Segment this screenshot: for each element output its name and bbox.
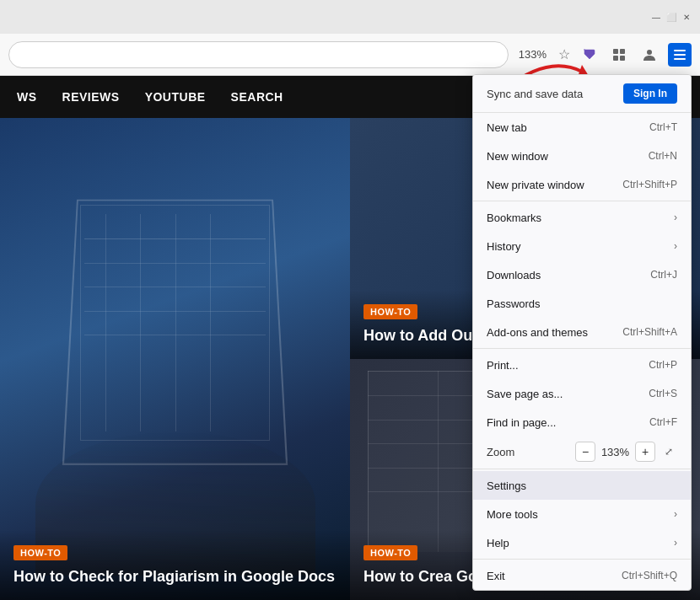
menu-item-find[interactable]: Find in page... Ctrl+F [473, 408, 691, 437]
more-tools-arrow: › [674, 508, 677, 520]
svg-rect-6 [674, 54, 686, 56]
menu-item-new-tab[interactable]: New tab Ctrl+T [473, 113, 691, 142]
menu-item-exit[interactable]: Exit Ctrl+Shift+Q [473, 561, 691, 590]
zoom-plus-button[interactable]: + [635, 442, 655, 462]
nav-item-youtube[interactable]: YOUTUBE [145, 90, 206, 104]
zoom-label: Zoom [487, 446, 568, 458]
menu-item-downloads[interactable]: Downloads Ctrl+J [473, 260, 691, 289]
menu-item-help[interactable]: Help › [473, 528, 691, 557]
menu-item-addons[interactable]: Add-ons and themes Ctrl+Shift+A [473, 318, 691, 346]
sync-label: Sync and save data [487, 88, 583, 100]
maximize-button[interactable]: ⬜ [665, 10, 678, 24]
extensions-icon[interactable] [607, 43, 631, 67]
card-2-badge: HOW-TO [363, 304, 417, 319]
toolbar: 133% ☆ [0, 34, 700, 76]
card-1-title: How to Check for Plagiarism in Google Do… [13, 567, 337, 587]
menu-item-new-window[interactable]: New window Ctrl+N [473, 142, 691, 170]
card-1-badge: HOW-TO [13, 545, 67, 560]
context-menu: Sync and save data Sign In New tab Ctrl+… [472, 74, 692, 591]
zoom-controls: − 133% + ⤢ [575, 442, 677, 462]
zoom-row: Zoom − 133% + ⤢ [473, 437, 691, 467]
menu-item-more-tools[interactable]: More tools › [473, 500, 691, 528]
menu-sync-header: Sync and save data Sign In [473, 75, 691, 113]
nav-item-reviews[interactable]: REVIEWS [62, 90, 120, 104]
zoom-fullscreen-button[interactable]: ⤢ [660, 443, 677, 460]
minimize-button[interactable]: — [649, 10, 663, 24]
menu-item-private-window[interactable]: New private window Ctrl+Shift+P [473, 170, 691, 199]
menu-item-save-page[interactable]: Save page as... Ctrl+S [473, 379, 691, 408]
help-arrow: › [674, 537, 677, 549]
svg-rect-5 [674, 50, 686, 51]
hamburger-menu-button[interactable] [668, 43, 692, 67]
card-1: HOW-TO How to Check for Plagiarism in Go… [0, 118, 350, 600]
menu-item-history[interactable]: History › [473, 232, 691, 260]
nav-item-search[interactable]: SEARCH [231, 90, 283, 104]
menu-item-print[interactable]: Print... Ctrl+P [473, 351, 691, 379]
svg-rect-7 [674, 58, 686, 60]
zoom-minus-button[interactable]: − [575, 442, 595, 462]
browser-chrome: — ⬜ ✕ 133% ☆ [0, 0, 700, 76]
svg-rect-2 [613, 56, 618, 61]
toolbar-right: 133% ☆ [514, 43, 692, 67]
svg-point-4 [647, 50, 652, 55]
separator-2 [473, 348, 691, 349]
separator-4 [473, 559, 691, 560]
account-icon[interactable] [638, 43, 661, 67]
title-bar: — ⬜ ✕ [0, 0, 700, 34]
window-controls: — ⬜ ✕ [649, 10, 693, 24]
separator-1 [473, 201, 691, 201]
address-bar[interactable] [8, 41, 509, 68]
menu-item-bookmarks[interactable]: Bookmarks › [473, 203, 691, 232]
bookmarks-arrow: › [674, 212, 677, 223]
zoom-display: 133% [514, 46, 552, 62]
nav-item-ws[interactable]: WS [17, 90, 37, 104]
separator-3 [473, 469, 691, 469]
menu-item-settings[interactable]: Settings [473, 471, 691, 500]
svg-rect-3 [620, 56, 625, 61]
sign-in-button[interactable]: Sign In [623, 83, 677, 104]
svg-rect-0 [613, 49, 618, 54]
bookmark-icon[interactable]: ☆ [558, 46, 570, 62]
svg-rect-1 [620, 49, 625, 54]
history-arrow: › [674, 240, 677, 252]
menu-item-passwords[interactable]: Passwords [473, 289, 691, 318]
card-3-badge: HOW-TO [363, 545, 417, 560]
zoom-value: 133% [600, 446, 630, 458]
card-1-content: HOW-TO How to Check for Plagiarism in Go… [0, 531, 350, 600]
close-button[interactable]: ✕ [680, 10, 693, 24]
pocket-icon[interactable] [577, 43, 600, 67]
